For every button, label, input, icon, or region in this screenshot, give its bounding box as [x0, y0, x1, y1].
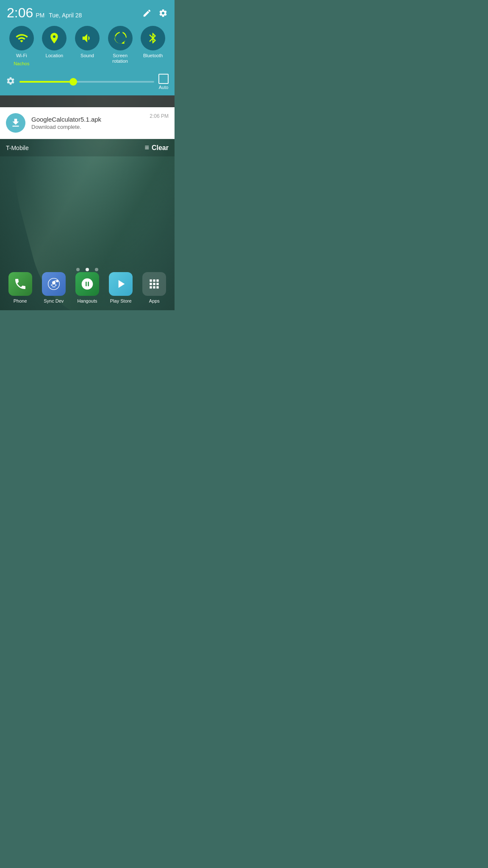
toggle-bluetooth-circle: [141, 26, 165, 50]
notification-time: 2:06 PM: [150, 113, 169, 119]
dock-item-hangouts[interactable]: Hangouts: [75, 272, 99, 303]
toggle-rotation-label: Screenrotation: [112, 53, 128, 64]
phone-icon-bg: [8, 272, 32, 296]
notification-download-icon-circle: [6, 113, 25, 133]
toggle-sound-label: Sound: [80, 53, 94, 58]
dock-item-phone[interactable]: Phone: [8, 272, 32, 303]
toggle-bluetooth-label: Bluetooth: [143, 53, 163, 58]
notification-body: Download complete.: [31, 124, 144, 130]
toggle-rotation-circle: [108, 26, 133, 50]
notification-content: GoogleCalculator5.1.apk Download complet…: [31, 116, 144, 130]
dock-label-hangouts: Hangouts: [77, 298, 97, 303]
settings-icon[interactable]: [158, 8, 168, 18]
toggle-screen-rotation[interactable]: Screenrotation: [108, 26, 133, 66]
clock-ampm: PM: [36, 12, 44, 19]
toggle-wifi-circle: [9, 26, 34, 50]
auto-label: Auto: [159, 85, 169, 90]
dock-label-apps: Apps: [149, 298, 160, 303]
apps-icon-bg: [142, 272, 166, 296]
toggle-sound[interactable]: Sound: [75, 26, 100, 66]
carrier-name: T-Mobile: [6, 145, 29, 151]
carrier-bar: T-Mobile ≡ Clear: [0, 139, 175, 156]
clear-label: Clear: [152, 144, 169, 152]
dock-item-play-store[interactable]: Play Store: [109, 272, 133, 303]
notification-list-header: [0, 95, 175, 107]
clear-icon: ≡: [144, 143, 149, 152]
svg-point-3: [55, 284, 56, 286]
quick-toggles: Wi-Fi Nachos Location Sound: [0, 22, 175, 71]
dock-item-sync-dev[interactable]: Sync Dev: [42, 272, 66, 303]
status-date: Tue, April 28: [49, 12, 82, 19]
dock-label-play-store: Play Store: [110, 298, 132, 303]
dock: Phone Sync Dev Hangouts: [0, 268, 175, 310]
reddit-icon-bg: [42, 272, 66, 296]
svg-point-2: [51, 284, 53, 286]
hangouts-icon-bg: [75, 272, 99, 296]
toggle-bluetooth[interactable]: Bluetooth: [141, 26, 165, 66]
toggle-wifi-label: Wi-Fi: [16, 53, 27, 58]
notification-shade: 2:06 PM Tue, April 28 Wi-Fi Nachos: [0, 0, 175, 96]
clear-notifications-button[interactable]: ≡ Clear: [144, 143, 169, 152]
dock-label-phone: Phone: [14, 298, 27, 303]
toggle-wifi[interactable]: Wi-Fi Nachos: [9, 26, 34, 66]
brightness-thumb: [69, 78, 77, 86]
clock-time: 2:06: [7, 5, 33, 21]
notifications-area: GoogleCalculator5.1.apk Download complet…: [0, 95, 175, 156]
brightness-slider[interactable]: [19, 81, 154, 83]
notification-title: GoogleCalculator5.1.apk: [31, 116, 144, 123]
svg-point-1: [52, 281, 55, 284]
dock-item-apps[interactable]: Apps: [142, 272, 166, 303]
toggle-sound-circle: [75, 26, 100, 50]
status-time: 2:06 PM Tue, April 28: [7, 5, 82, 21]
brightness-fill: [19, 81, 73, 83]
notification-card-download[interactable]: GoogleCalculator5.1.apk Download complet…: [0, 107, 175, 139]
auto-brightness-button[interactable]: Auto: [158, 74, 169, 90]
status-icons: [142, 8, 168, 18]
edit-icon[interactable]: [142, 8, 152, 18]
playstore-icon-bg: [109, 272, 133, 296]
toggle-wifi-sub: Nachos: [14, 61, 29, 66]
brightness-icon: [6, 76, 15, 87]
status-bar: 2:06 PM Tue, April 28: [0, 0, 175, 22]
toggle-location[interactable]: Location: [42, 26, 67, 66]
toggle-location-circle: [42, 26, 67, 50]
toggle-location-label: Location: [46, 53, 64, 58]
download-icon: [10, 117, 21, 128]
auto-icon: [158, 74, 169, 84]
brightness-row: Auto: [0, 71, 175, 96]
dock-label-sync-dev: Sync Dev: [44, 298, 64, 303]
